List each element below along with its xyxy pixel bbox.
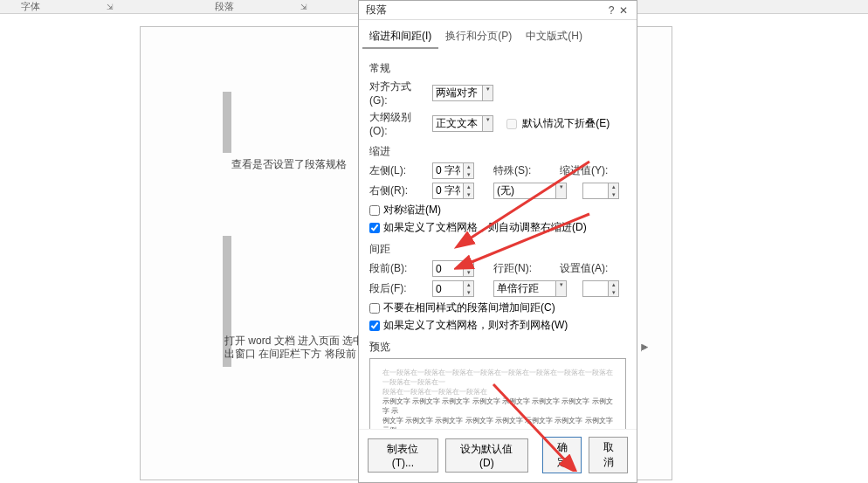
mirror-indent-checkbox[interactable] [369, 205, 380, 216]
no-space-same-style-label: 不要在相同样式的段落间增加间距(C) [383, 300, 555, 315]
spacing-at-label: 设置值(A): [560, 261, 609, 276]
alignment-label: 对齐方式(G): [369, 79, 427, 107]
chevron-down-icon[interactable]: ▾ [483, 116, 493, 131]
spacing-at-input[interactable] [582, 280, 609, 297]
help-icon[interactable]: ? [605, 4, 617, 17]
selection-highlight [223, 92, 231, 153]
spinner-up-icon[interactable]: ▴ [464, 163, 473, 171]
close-icon[interactable]: ✕ [617, 4, 630, 17]
indent-right-label: 右侧(R): [369, 183, 427, 198]
tab-asian-typography[interactable]: 中文版式(H) [519, 25, 589, 49]
indent-left-input[interactable] [432, 162, 464, 179]
spinner-up-icon[interactable]: ▴ [464, 183, 473, 191]
auto-adjust-indent-checkbox[interactable] [369, 223, 380, 233]
outline-label: 大纲级别(O): [369, 110, 427, 137]
section-preview-heading: 预览 [369, 340, 626, 355]
spinner-up-icon[interactable]: ▴ [609, 183, 618, 191]
chevron-down-icon[interactable]: ▾ [556, 281, 566, 296]
alignment-select[interactable] [432, 85, 483, 101]
space-after-label: 段后(F): [369, 281, 427, 296]
dialog-body: 常规 对齐方式(G): ▾ 大纲级别(O): ▾ 默认情况下折叠(E) 缩进 左… [359, 49, 637, 429]
dialog-launcher-icon[interactable]: ⇲ [107, 3, 114, 11]
section-general-heading: 常规 [369, 61, 626, 76]
ribbon-group-paragraph: 段落 ⇲ [210, 0, 313, 13]
ribbon-group-para-label: 段落 [215, 0, 234, 13]
dialog-tabs: 缩进和间距(I) 换行和分页(P) 中文版式(H) [359, 20, 637, 49]
ok-button[interactable]: 确定 [542, 437, 582, 473]
doc-text-line: 查看是否设置了段落规格 [231, 157, 347, 172]
indent-left-label: 左侧(L): [369, 163, 427, 178]
collapsed-label: 默认情况下折叠(E) [522, 116, 610, 131]
outline-select[interactable] [432, 115, 483, 132]
indent-by-label: 缩进值(Y): [560, 163, 609, 178]
spinner-down-icon[interactable]: ▾ [464, 171, 473, 179]
dialog-title-text: 段落 [366, 3, 387, 17]
tab-indent-spacing[interactable]: 缩进和间距(I) [362, 25, 438, 49]
snap-grid-checkbox[interactable] [369, 321, 380, 331]
preview-line: 例文字 示例文字 示例文字 示例文字 示例文字 示例文字 示例文字 示例文字 示… [382, 416, 613, 429]
dialog-launcher-icon[interactable]: ⇲ [300, 3, 307, 11]
spinner-down-icon[interactable]: ▾ [464, 191, 473, 199]
preview-box: 在一段落在一段落在一段落在一段落在一段落在一段落在一段落在一段落在一段落在一段落… [369, 358, 626, 429]
section-indent-heading: 缩进 [369, 144, 626, 159]
spinner-down-icon[interactable]: ▾ [464, 269, 473, 277]
line-spacing-label: 行距(N): [493, 261, 539, 276]
line-spacing-select[interactable] [493, 280, 556, 297]
ribbon-group-font: 字体 ⇲ [16, 0, 119, 13]
snap-grid-label: 如果定义了文档网格，则对齐到网格(W) [383, 318, 568, 333]
indent-right-input[interactable] [432, 183, 464, 199]
cancel-button[interactable]: 取消 [589, 437, 628, 473]
special-select[interactable] [493, 183, 556, 199]
preview-line: 在一段落在一段落在一段落在一段落在一段落在一段落在一段落在一段落在一段落在一段落… [382, 368, 613, 387]
section-spacing-heading: 间距 [369, 242, 626, 257]
mirror-indent-label: 对称缩进(M) [383, 203, 441, 217]
spinner-up-icon[interactable]: ▴ [609, 281, 618, 289]
space-before-label: 段前(B): [369, 261, 427, 276]
spinner-down-icon[interactable]: ▾ [609, 289, 618, 297]
collapsed-checkbox[interactable] [506, 119, 517, 129]
dialog-button-row: 制表位(T)... 设为默认值(D) 确定 取消 [359, 429, 637, 482]
tabs-button[interactable]: 制表位(T)... [368, 438, 438, 473]
chevron-down-icon[interactable]: ▾ [556, 183, 566, 198]
indent-by-input[interactable] [582, 183, 609, 199]
ribbon-group-font-label: 字体 [21, 0, 40, 13]
spinner-down-icon[interactable]: ▾ [464, 289, 473, 297]
doc-text-line: 出窗口 在间距栏下方 将段前 [224, 347, 356, 362]
special-label: 特殊(S): [493, 163, 539, 178]
paragraph-dialog: 段落 ? ✕ 缩进和间距(I) 换行和分页(P) 中文版式(H) 常规 对齐方式… [358, 0, 637, 483]
tab-line-page-breaks[interactable]: 换行和分页(P) [438, 25, 519, 49]
no-space-same-style-checkbox[interactable] [369, 303, 380, 314]
scrollbar-marker-icon[interactable]: ⯈ [641, 343, 650, 353]
preview-line: 段落在一段落在一段落在一段落在 [382, 387, 613, 397]
set-default-button[interactable]: 设为默认值(D) [445, 438, 528, 473]
preview-line: 示例文字 示例文字 示例文字 示例文字 示例文字 示例文字 示例文字 示例文字 … [382, 397, 613, 416]
spinner-down-icon[interactable]: ▾ [609, 191, 618, 199]
chevron-down-icon[interactable]: ▾ [483, 86, 493, 100]
dialog-titlebar: 段落 ? ✕ [359, 1, 637, 20]
space-before-input[interactable] [432, 260, 464, 277]
auto-adjust-indent-label: 如果定义了文档网格，则自动调整右缩进(D) [383, 220, 587, 235]
spinner-up-icon[interactable]: ▴ [464, 281, 473, 289]
space-after-input[interactable] [432, 280, 464, 297]
spinner-up-icon[interactable]: ▴ [464, 261, 473, 269]
